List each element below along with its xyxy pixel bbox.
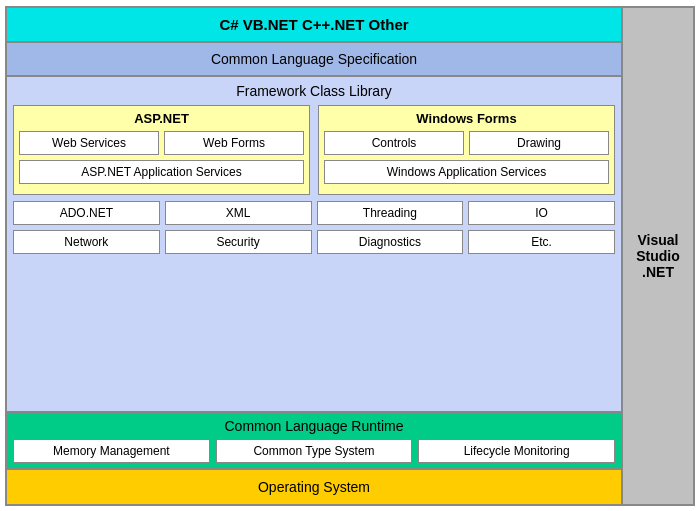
- aspnet-app-services-box: ASP.NET Application Services: [19, 160, 304, 184]
- etc-box: Etc.: [468, 230, 615, 254]
- fcl-title: Framework Class Library: [13, 83, 615, 99]
- web-services-box: Web Services: [19, 131, 159, 155]
- win-app-services-box: Windows Application Services: [324, 160, 609, 184]
- languages-row: C# VB.NET C++.NET Other: [7, 8, 621, 43]
- controls-box: Controls: [324, 131, 464, 155]
- security-box: Security: [165, 230, 312, 254]
- vs-panel: Visual Studio .NET: [623, 8, 693, 504]
- network-box: Network: [13, 230, 160, 254]
- common-type-system-box: Common Type System: [216, 439, 413, 463]
- memory-management-box: Memory Management: [13, 439, 210, 463]
- fcl-grid: ADO.NET XML Threading IO Network Securit…: [13, 201, 615, 254]
- vs-label: Visual Studio .NET: [627, 232, 689, 280]
- web-forms-box: Web Forms: [164, 131, 304, 155]
- os-row: Operating System: [7, 470, 621, 504]
- languages-label: C# VB.NET C++.NET Other: [219, 16, 408, 33]
- os-label: Operating System: [258, 479, 370, 495]
- winforms-title: Windows Forms: [324, 111, 609, 126]
- main-column: C# VB.NET C++.NET Other Common Language …: [7, 8, 623, 504]
- fcl-grid-row1: ADO.NET XML Threading IO: [13, 201, 615, 225]
- winforms-top-row: Controls Drawing: [324, 131, 609, 155]
- adonet-box: ADO.NET: [13, 201, 160, 225]
- clr-title: Common Language Runtime: [13, 418, 615, 434]
- winforms-box: Windows Forms Controls Drawing Windows A…: [318, 105, 615, 195]
- drawing-box: Drawing: [469, 131, 609, 155]
- xml-box: XML: [165, 201, 312, 225]
- threading-box: Threading: [317, 201, 464, 225]
- aspnet-title: ASP.NET: [19, 111, 304, 126]
- cls-label: Common Language Specification: [211, 51, 417, 67]
- fcl-top-boxes: ASP.NET Web Services Web Forms ASP.NET A…: [13, 105, 615, 195]
- io-box: IO: [468, 201, 615, 225]
- clr-inner-row: Memory Management Common Type System Lif…: [13, 439, 615, 463]
- clr-wrapper: Common Language Runtime Memory Managemen…: [7, 413, 621, 470]
- cls-row: Common Language Specification: [7, 43, 621, 77]
- winforms-bottom-row: Windows Application Services: [324, 160, 609, 184]
- diagram-wrapper: C# VB.NET C++.NET Other Common Language …: [5, 6, 695, 506]
- lifecycle-monitoring-box: Lifecycle Monitoring: [418, 439, 615, 463]
- aspnet-box: ASP.NET Web Services Web Forms ASP.NET A…: [13, 105, 310, 195]
- fcl-grid-row2: Network Security Diagnostics Etc.: [13, 230, 615, 254]
- aspnet-top-row: Web Services Web Forms: [19, 131, 304, 155]
- fcl-wrapper: Framework Class Library ASP.NET Web Serv…: [7, 77, 621, 413]
- aspnet-bottom-row: ASP.NET Application Services: [19, 160, 304, 184]
- diagnostics-box: Diagnostics: [317, 230, 464, 254]
